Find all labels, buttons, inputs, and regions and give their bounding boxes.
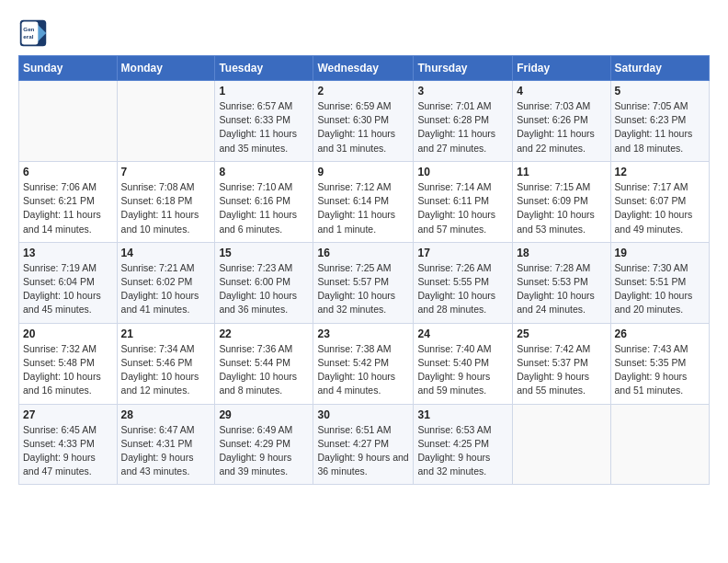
day-info: Sunrise: 7:10 AMSunset: 6:16 PMDaylight:… bbox=[219, 181, 297, 235]
day-number: 2 bbox=[317, 85, 409, 98]
day-number: 16 bbox=[317, 247, 409, 259]
calendar-cell: 20Sunrise: 7:32 AMSunset: 5:48 PMDayligh… bbox=[19, 323, 118, 404]
day-info: Sunrise: 7:38 AMSunset: 5:42 PMDaylight:… bbox=[317, 343, 395, 396]
day-number: 18 bbox=[517, 247, 606, 259]
calendar-cell: 12Sunrise: 7:17 AMSunset: 6:07 PMDayligh… bbox=[610, 161, 709, 242]
calendar-cell: 24Sunrise: 7:40 AMSunset: 5:40 PMDayligh… bbox=[414, 323, 513, 404]
day-number: 21 bbox=[121, 327, 211, 340]
calendar-cell: 25Sunrise: 7:42 AMSunset: 5:37 PMDayligh… bbox=[513, 323, 610, 404]
calendar-cell: 23Sunrise: 7:38 AMSunset: 5:42 PMDayligh… bbox=[313, 323, 414, 404]
calendar-container: Gen eral SundayMondayTuesdayWednesdayThu… bbox=[0, 0, 728, 494]
calendar-cell: 31Sunrise: 6:53 AMSunset: 4:25 PMDayligh… bbox=[414, 404, 513, 485]
calendar-cell: 16Sunrise: 7:25 AMSunset: 5:57 PMDayligh… bbox=[313, 242, 414, 323]
calendar-cell: 15Sunrise: 7:23 AMSunset: 6:00 PMDayligh… bbox=[215, 242, 313, 323]
day-info: Sunrise: 6:51 AMSunset: 4:27 PMDaylight:… bbox=[317, 424, 408, 477]
day-info: Sunrise: 7:26 AMSunset: 5:55 PMDaylight:… bbox=[417, 262, 495, 316]
calendar-cell: 7Sunrise: 7:08 AMSunset: 6:18 PMDaylight… bbox=[117, 161, 215, 242]
header-day-tuesday: Tuesday bbox=[215, 56, 313, 81]
header: Gen eral bbox=[18, 15, 710, 48]
day-info: Sunrise: 6:59 AMSunset: 6:30 PMDaylight:… bbox=[317, 100, 395, 154]
day-number: 29 bbox=[219, 408, 309, 421]
day-number: 5 bbox=[615, 85, 705, 98]
day-info: Sunrise: 7:28 AMSunset: 5:53 PMDaylight:… bbox=[517, 262, 595, 316]
header-day-thursday: Thursday bbox=[414, 56, 513, 81]
calendar-cell bbox=[19, 81, 118, 162]
calendar-cell bbox=[117, 81, 215, 162]
day-number: 23 bbox=[317, 327, 409, 340]
day-info: Sunrise: 7:12 AMSunset: 6:14 PMDaylight:… bbox=[317, 181, 395, 235]
calendar-cell: 1Sunrise: 6:57 AMSunset: 6:33 PMDaylight… bbox=[215, 81, 313, 162]
logo: Gen eral bbox=[18, 18, 50, 48]
day-number: 15 bbox=[219, 247, 309, 259]
header-day-friday: Friday bbox=[513, 56, 610, 81]
day-number: 4 bbox=[517, 85, 606, 98]
calendar-cell: 9Sunrise: 7:12 AMSunset: 6:14 PMDaylight… bbox=[313, 161, 414, 242]
day-number: 10 bbox=[417, 166, 508, 178]
day-info: Sunrise: 7:36 AMSunset: 5:44 PMDaylight:… bbox=[219, 343, 297, 396]
day-number: 28 bbox=[121, 408, 211, 421]
day-number: 27 bbox=[23, 408, 113, 421]
day-number: 14 bbox=[121, 247, 211, 259]
day-info: Sunrise: 7:34 AMSunset: 5:46 PMDaylight:… bbox=[121, 343, 199, 396]
calendar-cell: 26Sunrise: 7:43 AMSunset: 5:35 PMDayligh… bbox=[610, 323, 709, 404]
day-info: Sunrise: 6:53 AMSunset: 4:25 PMDaylight:… bbox=[417, 424, 491, 477]
day-number: 17 bbox=[417, 247, 508, 259]
day-number: 19 bbox=[615, 247, 705, 259]
calendar-cell: 2Sunrise: 6:59 AMSunset: 6:30 PMDaylight… bbox=[313, 81, 414, 162]
day-info: Sunrise: 7:08 AMSunset: 6:18 PMDaylight:… bbox=[121, 181, 199, 235]
day-number: 22 bbox=[219, 327, 309, 340]
day-number: 6 bbox=[23, 166, 113, 178]
day-number: 7 bbox=[121, 166, 211, 178]
day-number: 13 bbox=[23, 247, 113, 259]
header-day-saturday: Saturday bbox=[610, 56, 709, 81]
calendar-cell: 28Sunrise: 6:47 AMSunset: 4:31 PMDayligh… bbox=[117, 404, 215, 485]
calendar-body: 1Sunrise: 6:57 AMSunset: 6:33 PMDaylight… bbox=[19, 81, 710, 485]
calendar-cell: 22Sunrise: 7:36 AMSunset: 5:44 PMDayligh… bbox=[215, 323, 313, 404]
day-info: Sunrise: 7:01 AMSunset: 6:28 PMDaylight:… bbox=[417, 100, 495, 154]
header-day-monday: Monday bbox=[117, 56, 215, 81]
calendar-cell: 14Sunrise: 7:21 AMSunset: 6:02 PMDayligh… bbox=[117, 242, 215, 323]
day-number: 3 bbox=[417, 85, 508, 98]
calendar-week-3: 13Sunrise: 7:19 AMSunset: 6:04 PMDayligh… bbox=[19, 242, 710, 323]
day-info: Sunrise: 6:57 AMSunset: 6:33 PMDaylight:… bbox=[219, 100, 297, 154]
logo-icon: Gen eral bbox=[18, 18, 48, 48]
calendar-cell: 17Sunrise: 7:26 AMSunset: 5:55 PMDayligh… bbox=[414, 242, 513, 323]
day-number: 11 bbox=[517, 166, 606, 178]
header-day-sunday: Sunday bbox=[19, 56, 118, 81]
day-info: Sunrise: 7:23 AMSunset: 6:00 PMDaylight:… bbox=[219, 262, 297, 316]
day-number: 20 bbox=[23, 327, 113, 340]
calendar-week-4: 20Sunrise: 7:32 AMSunset: 5:48 PMDayligh… bbox=[19, 323, 710, 404]
day-number: 25 bbox=[517, 327, 606, 340]
calendar-cell: 29Sunrise: 6:49 AMSunset: 4:29 PMDayligh… bbox=[215, 404, 313, 485]
calendar-cell: 27Sunrise: 6:45 AMSunset: 4:33 PMDayligh… bbox=[19, 404, 118, 485]
calendar-cell bbox=[513, 404, 610, 485]
calendar-cell: 10Sunrise: 7:14 AMSunset: 6:11 PMDayligh… bbox=[414, 161, 513, 242]
day-info: Sunrise: 7:17 AMSunset: 6:07 PMDaylight:… bbox=[615, 181, 693, 235]
calendar-cell: 21Sunrise: 7:34 AMSunset: 5:46 PMDayligh… bbox=[117, 323, 215, 404]
calendar-cell: 3Sunrise: 7:01 AMSunset: 6:28 PMDaylight… bbox=[414, 81, 513, 162]
day-number: 9 bbox=[317, 166, 409, 178]
calendar-cell: 13Sunrise: 7:19 AMSunset: 6:04 PMDayligh… bbox=[19, 242, 118, 323]
calendar-week-5: 27Sunrise: 6:45 AMSunset: 4:33 PMDayligh… bbox=[19, 404, 710, 485]
day-info: Sunrise: 7:30 AMSunset: 5:51 PMDaylight:… bbox=[615, 262, 693, 316]
day-info: Sunrise: 7:43 AMSunset: 5:35 PMDaylight:… bbox=[615, 343, 688, 396]
day-info: Sunrise: 7:40 AMSunset: 5:40 PMDaylight:… bbox=[417, 343, 491, 396]
day-number: 30 bbox=[317, 408, 409, 421]
calendar-week-1: 1Sunrise: 6:57 AMSunset: 6:33 PMDaylight… bbox=[19, 81, 710, 162]
calendar-cell: 11Sunrise: 7:15 AMSunset: 6:09 PMDayligh… bbox=[513, 161, 610, 242]
calendar-week-2: 6Sunrise: 7:06 AMSunset: 6:21 PMDaylight… bbox=[19, 161, 710, 242]
calendar-header-row: SundayMondayTuesdayWednesdayThursdayFrid… bbox=[19, 56, 710, 81]
day-info: Sunrise: 6:49 AMSunset: 4:29 PMDaylight:… bbox=[219, 424, 292, 477]
day-info: Sunrise: 6:47 AMSunset: 4:31 PMDaylight:… bbox=[121, 424, 195, 477]
calendar-cell: 6Sunrise: 7:06 AMSunset: 6:21 PMDaylight… bbox=[19, 161, 118, 242]
day-number: 24 bbox=[417, 327, 508, 340]
calendar-cell: 4Sunrise: 7:03 AMSunset: 6:26 PMDaylight… bbox=[513, 81, 610, 162]
day-info: Sunrise: 7:25 AMSunset: 5:57 PMDaylight:… bbox=[317, 262, 395, 316]
day-info: Sunrise: 6:45 AMSunset: 4:33 PMDaylight:… bbox=[23, 424, 97, 477]
day-info: Sunrise: 7:42 AMSunset: 5:37 PMDaylight:… bbox=[517, 343, 590, 396]
header-day-wednesday: Wednesday bbox=[313, 56, 414, 81]
day-info: Sunrise: 7:19 AMSunset: 6:04 PMDaylight:… bbox=[23, 262, 101, 316]
day-number: 8 bbox=[219, 166, 309, 178]
day-info: Sunrise: 7:21 AMSunset: 6:02 PMDaylight:… bbox=[121, 262, 199, 316]
day-number: 12 bbox=[615, 166, 705, 178]
